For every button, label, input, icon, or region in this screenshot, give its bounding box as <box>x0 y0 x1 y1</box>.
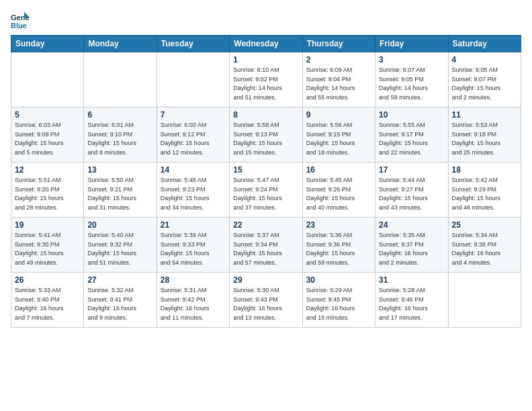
calendar-cell: 11Sunrise: 5:53 AM Sunset: 9:18 PM Dayli… <box>448 107 521 163</box>
calendar-cell: 28Sunrise: 5:31 AM Sunset: 9:42 PM Dayli… <box>157 273 229 328</box>
day-info: Sunrise: 5:53 AM Sunset: 9:18 PM Dayligh… <box>452 121 517 157</box>
calendar-cell: 6Sunrise: 6:01 AM Sunset: 9:10 PM Daylig… <box>84 107 157 163</box>
day-info: Sunrise: 5:30 AM Sunset: 9:43 PM Dayligh… <box>233 286 298 322</box>
svg-text:Blue: Blue <box>11 21 27 30</box>
calendar-cell: 2Sunrise: 6:09 AM Sunset: 9:04 PM Daylig… <box>302 52 375 107</box>
day-info: Sunrise: 5:39 AM Sunset: 9:33 PM Dayligh… <box>161 231 226 267</box>
calendar-cell: 12Sunrise: 5:51 AM Sunset: 9:20 PM Dayli… <box>11 163 84 218</box>
calendar-cell: 29Sunrise: 5:30 AM Sunset: 9:43 PM Dayli… <box>230 273 302 328</box>
calendar-cell: 19Sunrise: 5:41 AM Sunset: 9:30 PM Dayli… <box>11 218 84 273</box>
day-info: Sunrise: 5:55 AM Sunset: 9:17 PM Dayligh… <box>379 121 444 157</box>
day-number: 1 <box>233 55 298 64</box>
calendar-cell: 24Sunrise: 5:35 AM Sunset: 9:37 PM Dayli… <box>375 218 448 273</box>
calendar-week-5: 26Sunrise: 5:33 AM Sunset: 9:40 PM Dayli… <box>11 273 521 328</box>
day-info: Sunrise: 5:37 AM Sunset: 9:34 PM Dayligh… <box>233 231 298 267</box>
day-info: Sunrise: 6:01 AM Sunset: 9:10 PM Dayligh… <box>87 121 152 157</box>
calendar-body: 1Sunrise: 6:10 AM Sunset: 9:02 PM Daylig… <box>11 52 521 328</box>
day-info: Sunrise: 6:10 AM Sunset: 9:02 PM Dayligh… <box>233 66 298 102</box>
calendar-header: SundayMondayTuesdayWednesdayThursdayFrid… <box>11 36 521 52</box>
day-info: Sunrise: 5:28 AM Sunset: 9:46 PM Dayligh… <box>379 286 444 322</box>
calendar-cell: 20Sunrise: 5:40 AM Sunset: 9:32 PM Dayli… <box>84 218 157 273</box>
day-info: Sunrise: 5:40 AM Sunset: 9:32 PM Dayligh… <box>87 231 152 267</box>
day-number: 8 <box>233 110 298 120</box>
weekday-header-wednesday: Wednesday <box>230 36 302 52</box>
weekday-header-thursday: Thursday <box>302 36 375 52</box>
day-info: Sunrise: 5:50 AM Sunset: 9:21 PM Dayligh… <box>87 176 152 212</box>
day-number: 15 <box>233 165 298 175</box>
day-info: Sunrise: 5:48 AM Sunset: 9:23 PM Dayligh… <box>161 176 226 212</box>
weekday-header-tuesday: Tuesday <box>157 36 229 52</box>
weekday-header-friday: Friday <box>375 36 448 52</box>
calendar-week-4: 19Sunrise: 5:41 AM Sunset: 9:30 PM Dayli… <box>11 218 521 273</box>
calendar-cell: 15Sunrise: 5:47 AM Sunset: 9:24 PM Dayli… <box>230 163 302 218</box>
calendar-cell: 13Sunrise: 5:50 AM Sunset: 9:21 PM Dayli… <box>84 163 157 218</box>
calendar-cell: 25Sunrise: 5:34 AM Sunset: 9:38 PM Dayli… <box>448 218 521 273</box>
day-info: Sunrise: 5:58 AM Sunset: 9:13 PM Dayligh… <box>233 121 298 157</box>
calendar-cell: 7Sunrise: 6:00 AM Sunset: 9:12 PM Daylig… <box>157 107 229 163</box>
day-info: Sunrise: 5:56 AM Sunset: 9:15 PM Dayligh… <box>306 121 371 157</box>
day-info: Sunrise: 6:03 AM Sunset: 9:09 PM Dayligh… <box>15 121 80 157</box>
calendar-cell: 21Sunrise: 5:39 AM Sunset: 9:33 PM Dayli… <box>157 218 229 273</box>
day-number: 7 <box>161 110 226 120</box>
day-number: 22 <box>233 220 298 230</box>
day-number: 18 <box>452 165 517 175</box>
logo: General Blue <box>11 11 32 30</box>
calendar-cell: 26Sunrise: 5:33 AM Sunset: 9:40 PM Dayli… <box>11 273 84 328</box>
day-info: Sunrise: 5:51 AM Sunset: 9:20 PM Dayligh… <box>15 176 80 212</box>
calendar-cell: 9Sunrise: 5:56 AM Sunset: 9:15 PM Daylig… <box>302 107 375 163</box>
day-info: Sunrise: 5:45 AM Sunset: 9:26 PM Dayligh… <box>306 176 371 212</box>
calendar-cell: 17Sunrise: 5:44 AM Sunset: 9:27 PM Dayli… <box>375 163 448 218</box>
day-number: 13 <box>87 165 152 175</box>
calendar-cell: 5Sunrise: 6:03 AM Sunset: 9:09 PM Daylig… <box>11 107 84 163</box>
day-number: 17 <box>379 165 444 175</box>
weekday-header-monday: Monday <box>84 36 157 52</box>
calendar-cell: 30Sunrise: 5:29 AM Sunset: 9:45 PM Dayli… <box>302 273 375 328</box>
calendar-cell: 14Sunrise: 5:48 AM Sunset: 9:23 PM Dayli… <box>157 163 229 218</box>
calendar-cell: 23Sunrise: 5:36 AM Sunset: 9:36 PM Dayli… <box>302 218 375 273</box>
weekday-header-sunday: Sunday <box>11 36 84 52</box>
calendar-table: SundayMondayTuesdayWednesdayThursdayFrid… <box>11 35 521 328</box>
day-info: Sunrise: 5:41 AM Sunset: 9:30 PM Dayligh… <box>15 231 80 267</box>
calendar-cell: 27Sunrise: 5:32 AM Sunset: 9:41 PM Dayli… <box>84 273 157 328</box>
calendar-cell <box>448 273 521 328</box>
calendar-cell <box>11 52 84 107</box>
day-info: Sunrise: 6:00 AM Sunset: 9:12 PM Dayligh… <box>161 121 226 157</box>
day-info: Sunrise: 5:34 AM Sunset: 9:38 PM Dayligh… <box>452 231 517 267</box>
day-number: 12 <box>15 165 80 175</box>
day-info: Sunrise: 6:07 AM Sunset: 9:05 PM Dayligh… <box>379 66 444 102</box>
calendar-cell: 10Sunrise: 5:55 AM Sunset: 9:17 PM Dayli… <box>375 107 448 163</box>
calendar-week-1: 1Sunrise: 6:10 AM Sunset: 9:02 PM Daylig… <box>11 52 521 107</box>
day-number: 24 <box>379 220 444 230</box>
day-number: 20 <box>87 220 152 230</box>
calendar-cell <box>84 52 157 107</box>
day-info: Sunrise: 5:47 AM Sunset: 9:24 PM Dayligh… <box>233 176 298 212</box>
page-header: General Blue <box>11 11 521 30</box>
calendar-cell: 31Sunrise: 5:28 AM Sunset: 9:46 PM Dayli… <box>375 273 448 328</box>
day-number: 31 <box>379 275 444 285</box>
day-number: 6 <box>87 110 152 120</box>
day-number: 26 <box>15 275 80 285</box>
day-number: 19 <box>15 220 80 230</box>
day-number: 3 <box>379 55 444 64</box>
day-info: Sunrise: 5:36 AM Sunset: 9:36 PM Dayligh… <box>306 231 371 267</box>
day-info: Sunrise: 6:09 AM Sunset: 9:04 PM Dayligh… <box>306 66 371 102</box>
day-number: 4 <box>452 55 517 64</box>
day-number: 28 <box>161 275 226 285</box>
day-info: Sunrise: 6:05 AM Sunset: 9:07 PM Dayligh… <box>452 66 517 102</box>
day-number: 30 <box>306 275 371 285</box>
calendar-cell: 4Sunrise: 6:05 AM Sunset: 9:07 PM Daylig… <box>448 52 521 107</box>
weekday-header-saturday: Saturday <box>448 36 521 52</box>
day-number: 10 <box>379 110 444 120</box>
day-info: Sunrise: 5:29 AM Sunset: 9:45 PM Dayligh… <box>306 286 371 322</box>
logo-icon: General Blue <box>11 11 30 30</box>
calendar-cell: 18Sunrise: 5:42 AM Sunset: 9:29 PM Dayli… <box>448 163 521 218</box>
calendar-week-3: 12Sunrise: 5:51 AM Sunset: 9:20 PM Dayli… <box>11 163 521 218</box>
day-info: Sunrise: 5:32 AM Sunset: 9:41 PM Dayligh… <box>87 286 152 322</box>
day-number: 9 <box>306 110 371 120</box>
calendar-cell: 22Sunrise: 5:37 AM Sunset: 9:34 PM Dayli… <box>230 218 302 273</box>
calendar-cell: 1Sunrise: 6:10 AM Sunset: 9:02 PM Daylig… <box>230 52 302 107</box>
calendar-cell <box>157 52 229 107</box>
day-info: Sunrise: 5:31 AM Sunset: 9:42 PM Dayligh… <box>161 286 226 322</box>
weekday-header-row: SundayMondayTuesdayWednesdayThursdayFrid… <box>11 36 521 52</box>
day-number: 14 <box>161 165 226 175</box>
